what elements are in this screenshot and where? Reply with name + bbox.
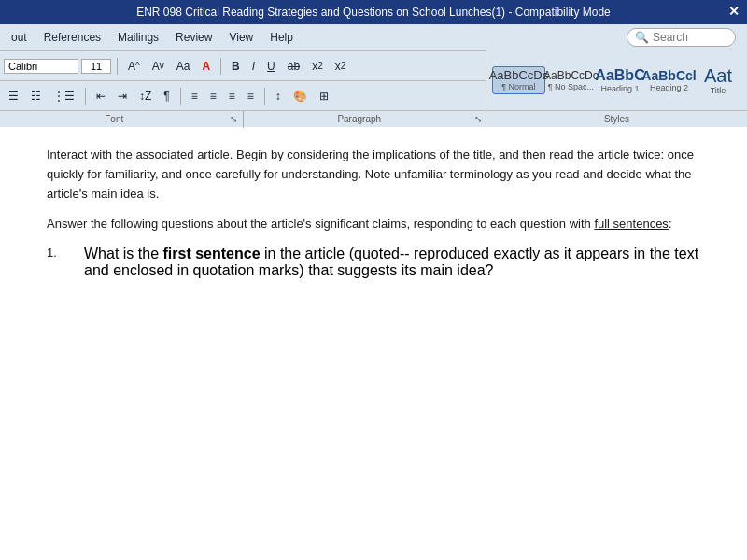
separator5 bbox=[264, 88, 265, 105]
numbering-button[interactable]: ☷ bbox=[26, 88, 46, 105]
menu-item-references[interactable]: References bbox=[36, 28, 108, 47]
separator4 bbox=[180, 88, 181, 105]
no-space-preview: AaBbCcDc bbox=[543, 70, 599, 81]
menu-item-help[interactable]: Help bbox=[262, 28, 301, 47]
decrease-indent-button[interactable]: ⇤ bbox=[92, 88, 110, 105]
style-title[interactable]: Aat Title bbox=[695, 64, 741, 97]
style-normal[interactable]: AaBbCcDc ¶ Normal bbox=[492, 66, 545, 94]
search-input[interactable] bbox=[653, 31, 727, 44]
close-button[interactable]: ✕ bbox=[728, 4, 740, 19]
item-text-1: What is the first sentence in the articl… bbox=[84, 245, 700, 279]
menu-item-review[interactable]: Review bbox=[168, 28, 219, 47]
heading2-preview: AaBbCcl bbox=[641, 69, 696, 82]
center-button[interactable]: ≡ bbox=[205, 88, 221, 105]
separator3 bbox=[85, 88, 86, 105]
shading-button[interactable]: 🎨 bbox=[289, 88, 312, 105]
italic-button[interactable]: I bbox=[247, 58, 260, 75]
paragraph-1: Interact with the associated article. Be… bbox=[47, 146, 700, 203]
menu-item-out[interactable]: out bbox=[4, 28, 35, 47]
line-spacing-button[interactable]: ↕ bbox=[271, 88, 286, 105]
item-number-1: 1. bbox=[47, 245, 65, 279]
subscript-button[interactable]: x2 bbox=[307, 58, 328, 75]
ribbon-left: A^ Av Aa A B I U ab x2 x2 ☰ ☷ ⋮☰ ⇤ ⇥ ↕Z … bbox=[0, 50, 486, 127]
font-toolbar-row1: A^ Av Aa A B I U ab x2 x2 bbox=[0, 50, 486, 80]
paragraph-toolbar-row: ☰ ☷ ⋮☰ ⇤ ⇥ ↕Z ¶ ≡ ≡ ≡ ≡ ↕ 🎨 ⊞ bbox=[0, 80, 486, 110]
grow-font-button[interactable]: A^ bbox=[123, 58, 145, 75]
normal-label: ¶ Normal bbox=[501, 82, 535, 91]
sort-button[interactable]: ↕Z bbox=[134, 88, 156, 105]
numbered-item-1: 1. What is the first sentence in the art… bbox=[47, 245, 700, 279]
font-color-button[interactable]: A bbox=[197, 58, 215, 75]
justify-button[interactable]: ≡ bbox=[243, 88, 259, 105]
align-right-button[interactable]: ≡ bbox=[224, 88, 240, 105]
search-box[interactable]: 🔍 bbox=[627, 28, 736, 47]
separator2 bbox=[220, 58, 221, 75]
menu-bar: out References Mailings Review View Help… bbox=[0, 24, 747, 50]
multilevel-button[interactable]: ⋮☰ bbox=[49, 88, 79, 105]
superscript-button[interactable]: x2 bbox=[331, 58, 351, 75]
styles-panel: AaBbCcDc ¶ Normal AaBbCcDc ¶ No Spac... … bbox=[486, 50, 747, 127]
ribbon: A^ Av Aa A B I U ab x2 x2 ☰ ☷ ⋮☰ ⇤ ⇥ ↕Z … bbox=[0, 50, 747, 127]
search-icon: 🔍 bbox=[635, 31, 649, 44]
section-labels-row: Font ⤡ Paragraph ⤡ bbox=[0, 110, 486, 127]
menu-item-mailings[interactable]: Mailings bbox=[110, 28, 166, 47]
item-text-before: What is the bbox=[84, 245, 162, 261]
align-left-button[interactable]: ≡ bbox=[187, 88, 203, 105]
bold-button[interactable]: B bbox=[227, 58, 245, 75]
title-bar: ENR 098 Critical Reading Strategies and … bbox=[0, 0, 747, 24]
underline-button[interactable]: U bbox=[262, 58, 280, 75]
paragraph-2: Answer the following questions about the… bbox=[47, 215, 700, 234]
item-bold-text: first sentence bbox=[162, 245, 260, 261]
normal-preview: AaBbCcDc bbox=[489, 69, 549, 81]
separator1 bbox=[117, 58, 118, 75]
shrink-font-button[interactable]: Av bbox=[148, 58, 169, 75]
font-name-input[interactable] bbox=[4, 59, 78, 74]
menu-item-view[interactable]: View bbox=[221, 28, 261, 47]
show-para-marks-button[interactable]: ¶ bbox=[159, 88, 174, 105]
change-case-button[interactable]: Aa bbox=[172, 58, 195, 75]
separator6 bbox=[243, 111, 244, 128]
para2-text2: : bbox=[669, 217, 672, 231]
bullets-button[interactable]: ☰ bbox=[4, 88, 23, 105]
para-expand-icon[interactable]: ⤡ bbox=[474, 114, 482, 124]
heading1-label: Heading 1 bbox=[601, 84, 640, 93]
increase-indent-button[interactable]: ⇥ bbox=[113, 88, 132, 105]
strikethrough-button[interactable]: ab bbox=[283, 58, 304, 75]
no-space-label: ¶ No Spac... bbox=[548, 82, 594, 91]
para2-underline: full sentences bbox=[594, 217, 669, 231]
paragraph-section-label: Paragraph bbox=[249, 114, 471, 124]
style-heading2[interactable]: AaBbCcl Heading 2 bbox=[645, 67, 693, 94]
styles-section-label: Styles bbox=[486, 110, 747, 127]
font-section-label: Font bbox=[4, 114, 225, 124]
styles-content: AaBbCcDc ¶ Normal AaBbCcDc ¶ No Spac... … bbox=[486, 50, 747, 110]
heading1-preview: AaBbC bbox=[595, 68, 644, 83]
title-preview: Aat bbox=[704, 66, 732, 85]
style-heading1[interactable]: AaBbC Heading 1 bbox=[597, 66, 643, 95]
borders-button[interactable]: ⊞ bbox=[315, 88, 333, 105]
document-area: Interact with the associated article. Be… bbox=[0, 127, 747, 560]
font-expand-icon[interactable]: ⤡ bbox=[230, 114, 237, 124]
para2-text1: Answer the following questions about the… bbox=[47, 217, 594, 231]
style-no-space[interactable]: AaBbCcDc ¶ No Spac... bbox=[547, 68, 595, 93]
title-label: Title bbox=[711, 86, 726, 95]
heading2-label: Heading 2 bbox=[650, 83, 688, 92]
font-size-input[interactable] bbox=[81, 59, 111, 74]
document-title: ENR 098 Critical Reading Strategies and … bbox=[136, 6, 611, 19]
